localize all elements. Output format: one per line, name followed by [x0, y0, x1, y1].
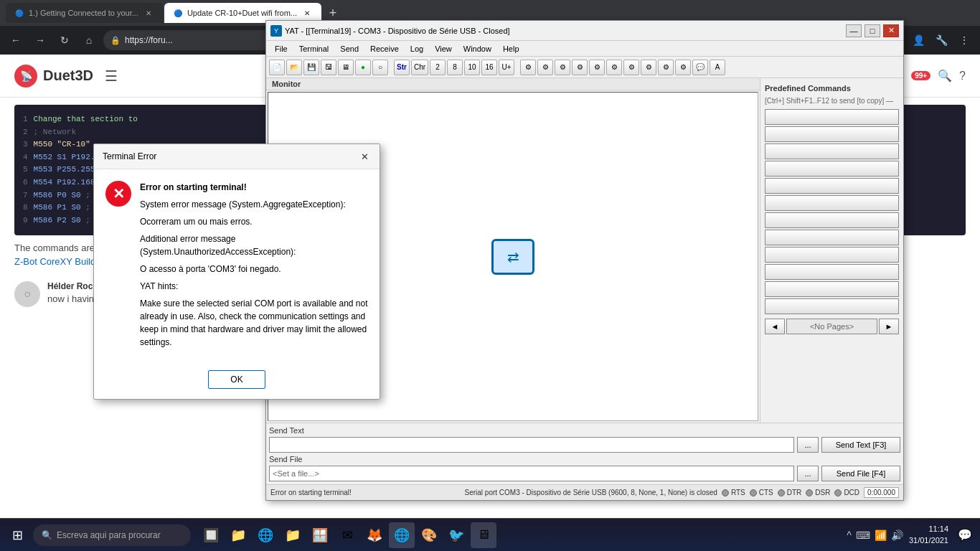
- extensions-icon[interactable]: 🔧: [931, 30, 951, 50]
- dsr-label: DSR: [815, 489, 830, 496]
- refresh-button[interactable]: ↻: [55, 30, 75, 50]
- toolbar-8[interactable]: 8: [447, 60, 463, 75]
- toolbar-settings2[interactable]: ⚙: [537, 60, 553, 75]
- define-btn-2[interactable]: [765, 126, 899, 142]
- toolbar-16[interactable]: 16: [481, 60, 497, 75]
- yat-minimize-button[interactable]: —: [846, 24, 862, 37]
- taskbar-icon-blender[interactable]: 🎨: [416, 522, 442, 548]
- toolbar-settings10[interactable]: ⚙: [675, 60, 691, 75]
- dialog-ok-button[interactable]: OK: [208, 370, 265, 389]
- define-btn-6[interactable]: [765, 195, 899, 211]
- define-btn-7[interactable]: [765, 212, 899, 228]
- tray-network-icon[interactable]: 📶: [875, 529, 887, 541]
- hamburger-menu[interactable]: ☰: [105, 67, 118, 85]
- define-btn-10[interactable]: [765, 264, 899, 280]
- toolbar-settings5[interactable]: ⚙: [589, 60, 605, 75]
- toolbar-settings3[interactable]: ⚙: [555, 60, 570, 75]
- start-button[interactable]: ⊞: [4, 522, 30, 548]
- taskbar-icon-slicer[interactable]: 🐦: [443, 522, 469, 548]
- toolbar-settings7[interactable]: ⚙: [623, 60, 639, 75]
- profile-icon[interactable]: 👤: [908, 30, 928, 50]
- menu-icon[interactable]: ⋮: [954, 30, 974, 50]
- toolbar-settings8[interactable]: ⚙: [641, 60, 656, 75]
- yat-menu-view[interactable]: View: [429, 43, 458, 55]
- forward-button[interactable]: →: [30, 30, 50, 50]
- toolbar-monitor[interactable]: 🖥: [338, 60, 354, 75]
- yat-maximize-button[interactable]: □: [864, 24, 880, 37]
- define-btn-1[interactable]: [765, 109, 899, 125]
- predefined-commands-panel: Predefined Commands [Ctrl+] Shift+F1..F1…: [760, 78, 903, 423]
- send-file-ellipsis[interactable]: ...: [797, 466, 819, 481]
- tab-close-1[interactable]: ✕: [143, 7, 154, 19]
- notification-center-button[interactable]: 💬: [954, 524, 976, 546]
- toolbar-open[interactable]: 📂: [286, 60, 302, 75]
- taskbar-icon-store[interactable]: 🪟: [307, 522, 333, 548]
- toolbar-connect[interactable]: ●: [355, 60, 371, 75]
- taskbar-icon-yat[interactable]: 🖥: [471, 522, 496, 548]
- tray-volume-icon[interactable]: 🔊: [891, 529, 903, 541]
- send-text-ellipsis[interactable]: ...: [797, 437, 819, 453]
- taskbar-icon-task-view[interactable]: 🔲: [198, 522, 224, 548]
- yat-menu-receive[interactable]: Receive: [364, 43, 405, 55]
- send-file-button[interactable]: Send File [F4]: [821, 466, 900, 481]
- taskbar-icon-explorer[interactable]: 📁: [280, 522, 306, 548]
- toolbar-new[interactable]: 📄: [269, 60, 285, 75]
- notification-badge: 99+: [911, 71, 930, 80]
- toolbar-font[interactable]: A: [710, 60, 725, 75]
- toolbar-comment[interactable]: 💬: [692, 60, 708, 75]
- taskbar-icon-chrome[interactable]: 🌐: [389, 522, 415, 548]
- send-text-input[interactable]: [269, 437, 794, 453]
- tab-title-1: 1.) Getting Connected to your...: [29, 9, 138, 17]
- taskbar-icon-mail[interactable]: ✉: [334, 522, 360, 548]
- panel-prev-button[interactable]: ◄: [765, 319, 785, 334]
- search-icon[interactable]: 🔍: [938, 69, 952, 83]
- taskbar-icon-firefox[interactable]: 🦊: [362, 522, 387, 548]
- toolbar-chr[interactable]: Chr: [411, 60, 428, 75]
- home-button[interactable]: ⌂: [79, 30, 99, 50]
- dialog-title-text: Terminal Error: [103, 151, 156, 161]
- dialog-title-bar: Terminal Error ✕: [94, 144, 380, 169]
- toolbar-str[interactable]: Str: [394, 60, 410, 75]
- toolbar-disconnect[interactable]: ○: [372, 60, 388, 75]
- toolbar-unicode[interactable]: U+: [499, 60, 514, 75]
- yat-close-button[interactable]: ✕: [883, 24, 899, 37]
- taskbar-icon-edge[interactable]: 📁: [225, 522, 251, 548]
- define-btn-9[interactable]: [765, 247, 899, 263]
- define-btn-12[interactable]: [765, 298, 899, 314]
- help-icon[interactable]: ?: [959, 70, 966, 83]
- browser-tab-1[interactable]: 🔵 1.) Getting Connected to your... ✕: [6, 3, 163, 23]
- yat-menu-file[interactable]: File: [269, 43, 293, 55]
- yat-menu-send[interactable]: Send: [334, 43, 364, 55]
- tab-close-2[interactable]: ✕: [301, 7, 313, 19]
- tray-expand-icon[interactable]: ^: [847, 529, 852, 541]
- yat-menu-help[interactable]: Help: [497, 43, 525, 55]
- toolbar-settings9[interactable]: ⚙: [658, 60, 674, 75]
- toolbar-settings1[interactable]: ⚙: [520, 60, 536, 75]
- toolbar-save[interactable]: 💾: [303, 60, 319, 75]
- define-btn-3[interactable]: [765, 143, 899, 159]
- taskbar-search-box[interactable]: 🔍 Escreva aqui para procurar: [33, 524, 191, 546]
- panel-next-button[interactable]: ►: [879, 319, 899, 334]
- toolbar-settings4[interactable]: ⚙: [572, 60, 588, 75]
- taskbar-icon-ie[interactable]: 🌐: [253, 522, 278, 548]
- toolbar-saveas[interactable]: 🖫: [321, 60, 336, 75]
- back-button[interactable]: ←: [6, 30, 26, 50]
- define-btn-8[interactable]: [765, 230, 899, 245]
- z-bot-link[interactable]: Z-Bot CoreXY Build: [14, 256, 95, 267]
- taskbar-app-icons: 🔲 📁 🌐 📁 🪟 ✉ 🦊 🌐 🎨 🐦 🖥: [198, 522, 496, 548]
- send-file-input[interactable]: [269, 466, 794, 481]
- dialog-close-button[interactable]: ✕: [358, 150, 371, 163]
- define-btn-11[interactable]: [765, 281, 899, 297]
- toolbar-10[interactable]: 10: [464, 60, 480, 75]
- system-clock[interactable]: 11:14 31/01/2021: [909, 524, 948, 546]
- define-btn-5[interactable]: [765, 178, 899, 194]
- yat-menu-terminal[interactable]: Terminal: [293, 43, 335, 55]
- additional-error-text: O acesso à porta 'COM3' foi negado.: [140, 263, 368, 276]
- tray-keyboard-icon[interactable]: ⌨: [856, 529, 870, 541]
- toolbar-settings6[interactable]: ⚙: [606, 60, 622, 75]
- toolbar-2[interactable]: 2: [430, 60, 446, 75]
- send-text-button[interactable]: Send Text [F3]: [821, 437, 900, 453]
- yat-menu-window[interactable]: Window: [458, 43, 497, 55]
- define-btn-4[interactable]: [765, 161, 899, 176]
- yat-menu-log[interactable]: Log: [405, 43, 429, 55]
